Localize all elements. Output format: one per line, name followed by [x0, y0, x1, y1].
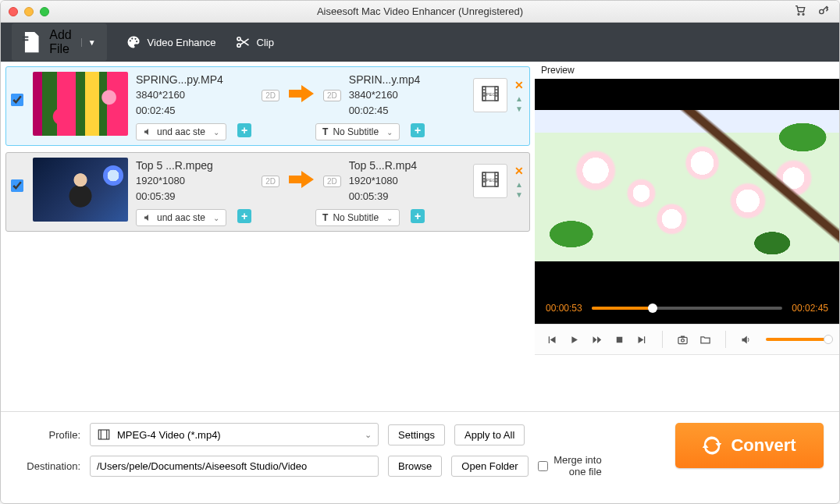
settings-button[interactable]: Settings: [388, 424, 445, 445]
player-controls: [535, 324, 839, 355]
src-duration: 00:05:39: [136, 189, 254, 204]
edit-video-button[interactable]: MPEG4: [473, 78, 507, 112]
cart-icon[interactable]: [794, 4, 806, 20]
svg-rect-34: [681, 335, 685, 337]
preview-pane: Preview 00:00:53 00:02:45: [535, 62, 839, 411]
main-toolbar: Add File ▼ Video Enhance Clip: [1, 23, 839, 62]
letterbox-bottom: [535, 261, 839, 293]
src-2d-badge: 2D: [262, 90, 279, 101]
move-down-button[interactable]: ▼: [515, 106, 523, 112]
svg-text:MPEG4: MPEG4: [482, 178, 499, 183]
file-checkbox[interactable]: [11, 179, 23, 192]
src-filename: Top 5 ...R.mpeg: [136, 158, 254, 173]
audio-track-select[interactable]: und aac ste ⌄: [136, 123, 226, 140]
separator: [662, 331, 663, 348]
subtitle-t-icon: T: [322, 126, 328, 137]
chevron-down-icon: ⌄: [386, 214, 393, 222]
chevron-down-icon: ⌄: [213, 214, 219, 222]
skip-back-icon[interactable]: [546, 334, 557, 346]
scissors-icon: [235, 34, 251, 50]
dst-filename: Top 5...R.mp4: [349, 158, 467, 173]
seek-knob[interactable]: [648, 303, 657, 313]
fast-forward-icon[interactable]: [591, 334, 603, 346]
audio-track-select[interactable]: und aac ste ⌄: [136, 209, 226, 226]
move-up-button[interactable]: ▲: [515, 96, 523, 101]
file-add-icon: [20, 30, 43, 54]
key-icon[interactable]: [817, 4, 830, 20]
src-resolution: 3840*2160: [136, 89, 185, 101]
add-audio-button[interactable]: +: [237, 123, 251, 137]
file-item[interactable]: SPRING...py.MP4 3840*2160 00:02:45 2D 2D…: [5, 66, 530, 146]
dst-duration: 00:05:39: [349, 189, 467, 204]
audio-track-label: und aac ste: [157, 212, 205, 223]
svg-point-8: [136, 41, 137, 42]
src-filename: SPRING...py.MP4: [136, 72, 254, 87]
add-file-button[interactable]: Add File ▼: [12, 23, 107, 61]
play-icon[interactable]: [568, 334, 580, 346]
dst-duration: 00:02:45: [349, 103, 467, 119]
svg-point-7: [134, 38, 136, 40]
subtitle-label: No Subtitle: [333, 126, 379, 137]
chevron-down-icon: ⌄: [386, 128, 393, 137]
clip-label: Clip: [257, 37, 274, 48]
preview-label: Preview: [535, 62, 839, 79]
convert-button[interactable]: Convert: [675, 423, 824, 468]
svg-rect-32: [678, 337, 687, 343]
folder-icon[interactable]: [699, 334, 711, 346]
subtitle-label: No Subtitle: [333, 212, 379, 223]
volume-knob[interactable]: [824, 335, 833, 344]
audio-track-label: und aac ste: [157, 126, 205, 137]
destination-input[interactable]: /Users/pele/Documents/Aiseesoft Studio/V…: [90, 456, 379, 477]
letterbox-top: [535, 79, 839, 110]
time-total: 00:02:45: [792, 303, 828, 314]
add-file-dropdown[interactable]: ▼: [81, 38, 102, 47]
apply-all-button[interactable]: Apply to All: [454, 424, 525, 445]
volume-track[interactable]: [766, 338, 828, 341]
remove-item-button[interactable]: ✕: [514, 79, 524, 91]
seek-fill: [592, 307, 653, 310]
src-resolution: 1920*1080: [136, 173, 254, 189]
svg-text:MPEG4: MPEG4: [482, 92, 499, 97]
stop-icon[interactable]: [614, 334, 625, 346]
video-frame[interactable]: [535, 110, 839, 261]
chevron-down-icon: ⌄: [365, 430, 372, 440]
dst-2d-badge: 2D: [323, 176, 341, 187]
subtitle-select[interactable]: T No Subtitle ⌄: [315, 123, 400, 140]
open-folder-button[interactable]: Open Folder: [451, 456, 528, 477]
filmstrip-icon: MPEG4: [480, 169, 500, 190]
profile-label: Profile:: [16, 429, 80, 441]
file-checkbox[interactable]: [11, 94, 23, 106]
file-item[interactable]: Top 5 ...R.mpeg 1920*1080 00:05:39 2D 2D…: [5, 152, 530, 232]
dst-filename: SPRIN...y.mp4: [349, 72, 467, 87]
move-down-button[interactable]: ▼: [515, 192, 523, 197]
add-subtitle-button[interactable]: +: [411, 209, 425, 223]
merge-checkbox[interactable]: [538, 461, 548, 471]
edit-video-button[interactable]: MPEG4: [473, 164, 507, 198]
profile-select[interactable]: MPEG-4 Video (*.mp4) ⌄: [90, 423, 379, 446]
subtitle-select[interactable]: T No Subtitle ⌄: [315, 209, 400, 226]
add-subtitle-button[interactable]: +: [411, 123, 425, 137]
clip-button[interactable]: Clip: [235, 34, 274, 50]
svg-point-33: [682, 339, 685, 342]
move-up-button[interactable]: ▲: [515, 182, 523, 187]
browse-button[interactable]: Browse: [388, 456, 442, 477]
destination-label: Destination:: [16, 460, 80, 472]
profile-value: MPEG-4 Video (*.mp4): [117, 429, 221, 441]
thumbnail[interactable]: [33, 72, 128, 136]
svg-point-0: [798, 13, 799, 15]
thumbnail[interactable]: [33, 158, 128, 222]
remove-item-button[interactable]: ✕: [514, 165, 524, 177]
merge-checkbox-label[interactable]: Merge into one file: [538, 454, 602, 477]
skip-forward-icon[interactable]: [636, 334, 648, 346]
subtitle-t-icon: T: [322, 212, 328, 223]
svg-point-5: [129, 40, 130, 41]
main-area: SPRING...py.MP4 3840*2160 00:02:45 2D 2D…: [1, 62, 839, 411]
snapshot-icon[interactable]: [677, 334, 689, 346]
add-audio-button[interactable]: +: [237, 209, 251, 223]
convert-label: Convert: [731, 435, 796, 456]
seek-track[interactable]: [592, 307, 783, 310]
video-enhance-button[interactable]: Video Enhance: [126, 34, 216, 50]
video-enhance-label: Video Enhance: [148, 37, 216, 48]
svg-point-1: [803, 13, 804, 15]
volume-icon[interactable]: [740, 334, 752, 346]
